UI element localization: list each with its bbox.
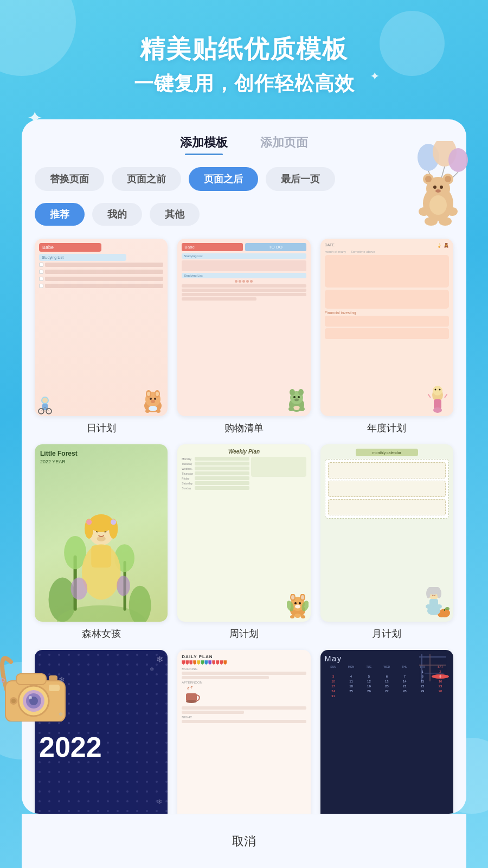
svg-point-114 <box>437 589 441 598</box>
svg-point-13 <box>440 186 443 189</box>
template-item-forest-girl[interactable]: Little Forest 2022 YEAR <box>35 444 168 640</box>
cat-mine[interactable]: 我的 <box>92 203 142 226</box>
filter-before[interactable]: 页面之前 <box>112 167 181 191</box>
template-label-monthly-plan: 月计划 <box>372 627 401 640</box>
template-item-may-calendar[interactable]: May SUN MON TUE WED THU FRI SAT 12 34567… <box>320 650 453 814</box>
filter-last[interactable]: 最后一页 <box>266 167 335 191</box>
svg-rect-86 <box>91 545 111 567</box>
svg-point-32 <box>11 699 16 703</box>
svg-point-60 <box>298 396 300 398</box>
svg-point-64 <box>299 407 305 411</box>
svg-rect-22 <box>16 674 46 685</box>
svg-point-58 <box>298 389 304 395</box>
template-item-weekly-plan[interactable]: Weekly Plan Monday Tuesday Wednes. Thurs… <box>177 444 310 640</box>
cat-other[interactable]: 其他 <box>150 203 200 226</box>
template-thumb-yearly-plan: DATE 🍦 🧸 month of many Sometime above Fi… <box>320 239 453 416</box>
svg-point-90 <box>117 576 130 596</box>
template-thumb-daily-plan: Babe Studying List <box>35 239 168 416</box>
svg-point-63 <box>288 407 294 411</box>
svg-point-62 <box>293 406 300 410</box>
modal-card: 添加模板 添加页面 替换页面 页面之前 页面之后 最后一页 推荐 我的 其他 B… <box>22 119 466 814</box>
template-item-shopping-list[interactable]: Babe TO DO Studying List Studying List <box>177 239 310 435</box>
svg-point-95 <box>291 595 294 599</box>
svg-point-118 <box>436 604 442 609</box>
svg-point-59 <box>293 396 296 398</box>
tab-add-page[interactable]: 添加页面 <box>260 135 308 154</box>
filter-row: 替换页面 页面之前 页面之后 最后一页 <box>35 167 453 191</box>
tab-add-template[interactable]: 添加模板 <box>180 135 228 154</box>
svg-point-17 <box>447 207 458 216</box>
svg-point-70 <box>433 407 442 413</box>
svg-point-19 <box>439 217 452 226</box>
svg-point-88 <box>111 519 116 525</box>
svg-point-28 <box>29 696 32 699</box>
svg-point-42 <box>150 398 152 400</box>
svg-point-44 <box>151 400 155 403</box>
cat-recommended[interactable]: 推荐 <box>35 203 85 226</box>
template-thumb-shopping-list: Babe TO DO Studying List Studying List <box>177 239 310 416</box>
template-item-monthly-plan[interactable]: monthly calendar <box>320 444 453 640</box>
svg-rect-30 <box>49 675 57 681</box>
svg-point-15 <box>429 195 447 215</box>
template-label-forest-girl: 森林女孩 <box>82 627 121 640</box>
template-thumb-may-calendar: May SUN MON TUE WED THU FRI SAT 12 34567… <box>320 650 453 814</box>
svg-point-40 <box>147 392 150 396</box>
svg-point-57 <box>290 389 295 395</box>
tabs-row: 添加模板 添加页面 <box>35 135 453 154</box>
template-grid: Babe Studying List <box>35 239 453 814</box>
svg-rect-29 <box>49 685 60 691</box>
svg-point-12 <box>433 186 436 189</box>
header-area: 精美贴纸优质模板 一键复用，创作轻松高效 <box>0 0 488 108</box>
header-title-line2: 一键复用，创作轻松高效 <box>0 71 488 97</box>
svg-point-43 <box>154 398 156 400</box>
template-thumb-forest-girl: Little Forest 2022 YEAR <box>35 444 168 622</box>
svg-point-103 <box>290 615 294 618</box>
svg-point-97 <box>294 602 297 604</box>
template-item-daily-plan[interactable]: Babe Studying List <box>35 239 168 435</box>
svg-point-99 <box>295 605 300 609</box>
category-row: 推荐 我的 其他 <box>35 203 453 226</box>
header-title-line1: 精美贴纸优质模板 <box>0 33 488 66</box>
svg-point-61 <box>294 399 299 401</box>
svg-point-49 <box>42 398 48 403</box>
svg-text:❄: ❄ <box>59 711 63 717</box>
svg-point-87 <box>86 519 92 525</box>
cancel-button[interactable]: 取消 <box>232 833 256 850</box>
template-item-yearly-plan[interactable]: DATE 🍦 🧸 month of many Sometime above Fi… <box>320 239 453 435</box>
template-thumb-monthly-plan: monthly calendar <box>320 444 453 622</box>
cancel-bar: 取消 <box>22 814 466 868</box>
svg-point-47 <box>156 410 160 413</box>
svg-point-104 <box>301 615 305 618</box>
bear-balloon-decoration <box>401 141 472 228</box>
svg-text:❄: ❄ <box>59 675 65 684</box>
svg-point-113 <box>426 589 431 598</box>
svg-point-45 <box>149 406 157 411</box>
template-thumb-weekly-plan: Weekly Plan Monday Tuesday Wednes. Thurs… <box>177 444 310 622</box>
svg-text:✿: ✿ <box>0 676 5 684</box>
svg-point-18 <box>425 217 438 226</box>
svg-point-14 <box>435 189 441 193</box>
filter-after[interactable]: 页面之后 <box>189 167 258 191</box>
template-thumb-daily-plan-2: DAILY PLAN MORNING <box>177 650 310 814</box>
template-label-weekly-plan: 周计划 <box>229 627 259 640</box>
svg-point-46 <box>145 410 150 413</box>
svg-point-16 <box>419 207 429 216</box>
svg-point-108 <box>445 607 450 610</box>
svg-point-11 <box>445 176 451 182</box>
svg-point-117 <box>426 604 431 609</box>
svg-point-10 <box>425 176 432 182</box>
template-item-daily-plan-2[interactable]: DAILY PLAN MORNING <box>177 650 310 814</box>
svg-point-89 <box>70 577 87 599</box>
camera-decoration: ❄ ✿ ❄ <box>0 651 70 722</box>
svg-point-98 <box>299 602 301 604</box>
filter-replace[interactable]: 替换页面 <box>35 167 104 191</box>
svg-point-67 <box>434 389 436 391</box>
template-label-shopping-list: 购物清单 <box>224 422 264 435</box>
svg-point-2 <box>448 148 468 172</box>
svg-point-66 <box>433 386 442 395</box>
svg-point-122 <box>186 700 197 703</box>
svg-point-102 <box>294 614 301 618</box>
svg-point-96 <box>301 595 304 599</box>
template-label-daily-plan: 日计划 <box>87 422 116 435</box>
svg-point-41 <box>156 392 159 396</box>
